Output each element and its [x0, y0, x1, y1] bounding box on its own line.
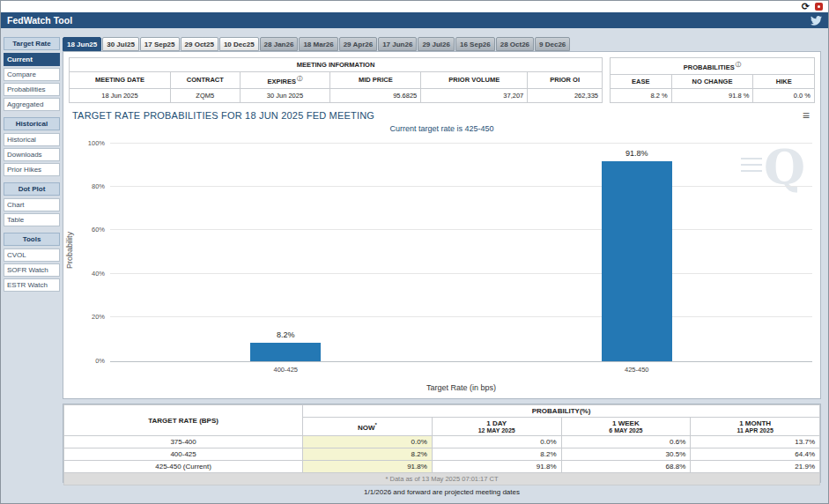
probabilities-title: PROBABILITIES	[684, 63, 735, 71]
sidebar-item-prior-hikes[interactable]: Prior Hikes	[4, 163, 60, 176]
rate-cell: 425-450 (Current)	[64, 461, 303, 473]
gridline	[110, 186, 812, 187]
meeting-info-values: 18 Jun 2025 ZQM5 30 Jun 2025 95.6825 37,…	[70, 88, 603, 102]
col-contract: CONTRACT	[170, 72, 240, 89]
twitter-icon[interactable]	[810, 16, 822, 26]
plot-area: Probability Q 0%20%40%60%80%100%8.2%400-…	[110, 144, 812, 362]
red-badge-icon[interactable]	[815, 3, 823, 11]
now-cell: 91.8%	[303, 461, 433, 473]
bar-value-label: 91.8%	[602, 149, 672, 158]
gridline	[110, 316, 812, 317]
probabilities-table: PROBABILITIESⓘ EASE NO CHANGE HIKE 8.2 %…	[610, 57, 815, 103]
col-expires: EXPIRES	[267, 78, 296, 85]
app-header: FedWatch Tool	[1, 12, 828, 28]
x-tick-label: 400-425	[233, 366, 338, 374]
tab-18-mar26[interactable]: 18 Mar26	[299, 37, 337, 51]
month-cell: 21.9%	[691, 461, 820, 473]
y-tick-label: 80%	[77, 182, 105, 190]
tab-9-dec26[interactable]: 9 Dec26	[535, 37, 570, 51]
info-row: MEETING INFORMATION MEETING DATE CONTRAC…	[69, 57, 815, 103]
col-prior-volume: PRIOR VOLUME	[421, 72, 528, 89]
bar-400-425[interactable]	[250, 343, 321, 360]
col-1-month: 1 MONTH11 APR 2025	[691, 418, 820, 436]
meeting-date-value: 18 Jun 2025	[70, 88, 171, 102]
contract-value: ZQM5	[170, 88, 240, 102]
prior-oi-value: 262,335	[528, 88, 603, 102]
col-ease: EASE	[611, 74, 672, 88]
y-tick-label: 0%	[77, 357, 105, 365]
sidebar-item-aggregated[interactable]: Aggregated	[4, 98, 60, 111]
week-cell: 0.6%	[561, 436, 691, 448]
gridline	[110, 360, 812, 361]
bar-425-450[interactable]	[602, 161, 672, 361]
tab-28-jan26[interactable]: 28 Jan26	[260, 37, 299, 51]
chart-menu-icon[interactable]: ≡	[801, 110, 811, 121]
meeting-date-tabs: 18 Jun25 30 Jul25 17 Sep25 29 Oct25 10 D…	[63, 37, 571, 51]
col-no-change: NO CHANGE	[671, 74, 753, 88]
x-axis-label: Target Rate (in bps)	[110, 383, 812, 392]
tab-17-jun26[interactable]: 17 Jun26	[378, 37, 417, 51]
sidebar-item-probabilities[interactable]: Probabilities	[4, 83, 60, 96]
chart-title: TARGET RATE PROBABILITIES FOR 18 JUN 202…	[72, 110, 374, 121]
now-cell: 0.0%	[303, 436, 433, 448]
expires-value: 30 Jun 2025	[240, 88, 330, 102]
gridline	[110, 143, 812, 144]
meeting-info-title: MEETING INFORMATION	[297, 61, 375, 69]
y-tick-label: 100%	[77, 139, 105, 147]
tab-29-apr26[interactable]: 29 Apr26	[339, 37, 378, 51]
sidebar-item-cvol[interactable]: CVOL	[4, 248, 60, 262]
table-row: 425-450 (Current) 91.8% 91.8% 68.8% 21.9…	[64, 461, 820, 473]
tab-18-jun25[interactable]: 18 Jun25	[63, 37, 101, 51]
col-1-week: 1 WEEK6 MAY 2025	[561, 418, 691, 436]
meeting-info-table: MEETING INFORMATION MEETING DATE CONTRAC…	[69, 57, 603, 103]
info-icon[interactable]: ⓘ	[297, 75, 303, 81]
sidebar-section-target-rate: Target Rate	[4, 37, 60, 50]
gridline	[110, 273, 812, 274]
hike-value: 0.0 %	[753, 88, 815, 102]
tab-16-sep26[interactable]: 16 Sep26	[455, 37, 495, 51]
gridline	[110, 229, 812, 230]
tab-28-oct26[interactable]: 28 Oct26	[496, 37, 534, 51]
day-cell: 91.8%	[432, 461, 561, 473]
sidebar-item-compare[interactable]: Compare	[4, 68, 60, 81]
sidebar-item-sofr-watch[interactable]: SOFR Watch	[4, 263, 60, 277]
tab-29-oct25[interactable]: 29 Oct25	[181, 37, 218, 51]
sidebar-item-current[interactable]: Current	[4, 53, 60, 66]
rate-cell: 400-425	[64, 448, 303, 461]
sidebar-item-chart[interactable]: Chart	[4, 198, 60, 211]
table-row: 375-400 0.0% 0.0% 0.6% 13.7%	[64, 436, 820, 448]
probabilities-values: 8.2 % 91.8 % 0.0 %	[611, 88, 815, 102]
tab-10-dec25[interactable]: 10 Dec25	[219, 37, 259, 51]
now-cell: 8.2%	[303, 448, 433, 461]
col-now: NOW*	[303, 418, 433, 436]
no-change-value: 91.8 %	[671, 88, 753, 102]
sidebar-item-historical[interactable]: Historical	[4, 133, 60, 146]
sidebar-item-table[interactable]: Table	[4, 213, 60, 226]
sidebar-item-downloads[interactable]: Downloads	[4, 148, 60, 161]
info-icon[interactable]: ⓘ	[736, 61, 742, 67]
probability-chart: TARGET RATE PROBABILITIES FOR 18 JUN 202…	[68, 110, 816, 399]
table-row: 400-425 8.2% 8.2% 30.5% 64.4%	[64, 448, 820, 461]
tab-30-jul25[interactable]: 30 Jul25	[102, 37, 139, 51]
mid-price-value: 95.6825	[330, 88, 421, 102]
prior-volume-value: 37,207	[421, 88, 528, 102]
month-cell: 13.7%	[691, 436, 820, 448]
bar-value-label: 8.2%	[250, 330, 321, 339]
sidebar-section-historical: Historical	[4, 117, 60, 130]
y-tick-label: 20%	[77, 313, 105, 321]
ease-value: 8.2 %	[611, 88, 672, 102]
col-meeting-date: MEETING DATE	[70, 72, 171, 89]
sidebar-section-tools: Tools	[4, 233, 60, 246]
chart-subtitle: Current target rate is 425-450	[68, 124, 816, 133]
y-tick-label: 40%	[77, 270, 105, 278]
quikstrike-watermark-icon: Q	[764, 144, 805, 191]
col-group-probability: PROBABILITY(%)	[303, 405, 820, 418]
probability-history-table: TARGET RATE (BPS) PROBABILITY(%) NOW* 1 …	[63, 404, 820, 485]
refresh-icon[interactable]: ⟳	[802, 2, 810, 11]
app-title: FedWatch Tool	[7, 15, 72, 26]
tab-17-sep25[interactable]: 17 Sep25	[140, 37, 180, 51]
bottom-table-panel: TARGET RATE (BPS) PROBABILITY(%) NOW* 1 …	[63, 404, 821, 483]
sidebar-item-estr-watch[interactable]: ESTR Watch	[4, 278, 60, 292]
sidebar-section-dot-plot: Dot Plot	[4, 182, 60, 196]
tab-29-jul26[interactable]: 29 Jul26	[418, 37, 455, 51]
